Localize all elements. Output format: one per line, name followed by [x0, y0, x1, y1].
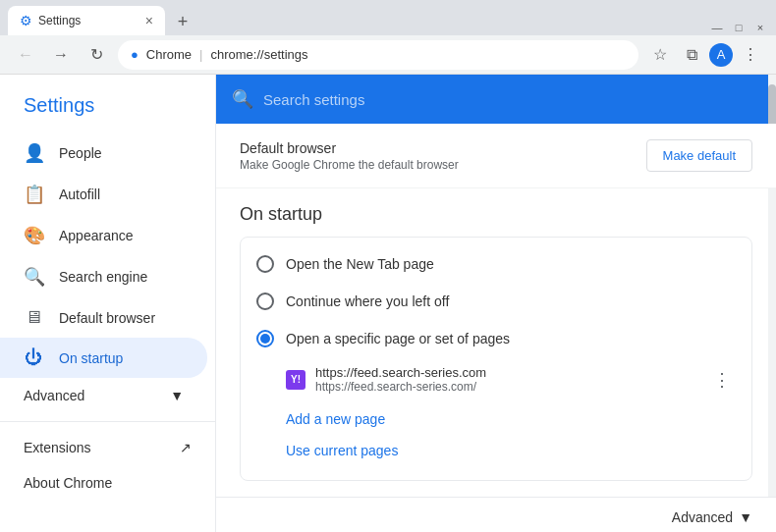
startup-card: Open the New Tab page Continue where you… [240, 237, 752, 481]
search-engine-icon: 🔍 [24, 266, 43, 288]
tab-bar: ⚙ Settings × + — □ × [0, 0, 776, 35]
sidebar-item-default-browser[interactable]: 🖥 Default browser [0, 297, 207, 338]
sidebar: Settings 👤 People 📋 Autofill 🎨 Appearanc… [0, 75, 216, 532]
window-controls: — □ × [709, 20, 768, 35]
autofill-icon: 📋 [24, 184, 43, 205]
sidebar-item-people[interactable]: 👤 People [0, 133, 207, 174]
site-security-icon: ● [131, 47, 139, 62]
extensions-button[interactable]: ⧉ [678, 41, 705, 69]
main-panel: 🔍 FISHBAIT Default browser Make Google C… [216, 75, 776, 532]
on-startup-title: On startup [240, 204, 752, 225]
startup-option-continue[interactable]: Continue where you left off [241, 283, 751, 320]
default-browser-description: Make Google Chrome the default browser [240, 158, 459, 172]
bottom-bar: Advanced ▼ [216, 497, 776, 532]
startup-actions: Add a new page Use current pages [241, 401, 751, 472]
bottom-arrow-icon: ▼ [739, 509, 752, 525]
breadcrumb-separator: | [199, 47, 202, 62]
make-default-button[interactable]: Make default [646, 139, 752, 172]
reload-button[interactable]: ↻ [83, 41, 110, 69]
forward-button[interactable]: → [47, 41, 75, 69]
new-tab-button[interactable]: + [169, 8, 196, 35]
startup-option-specific[interactable]: Open a specific page or set of pages [241, 320, 751, 357]
chrome-menu-button[interactable]: ⋮ [737, 41, 764, 69]
content-area: FISHBAIT Default browser Make Google Chr… [216, 124, 776, 532]
on-startup-section: On startup Open the New Tab page Continu… [216, 188, 776, 497]
default-browser-title: Default browser [240, 140, 459, 156]
sidebar-label-startup: On startup [59, 350, 123, 366]
default-browser-section: Default browser Make Google Chrome the d… [216, 124, 776, 188]
sidebar-item-autofill[interactable]: 📋 Autofill [0, 174, 207, 215]
startup-option-new-tab[interactable]: Open the New Tab page [241, 245, 751, 283]
sidebar-label-autofill: Autofill [59, 186, 100, 202]
search-bar: 🔍 [216, 75, 776, 124]
radio-continue [256, 293, 274, 310]
advanced-arrow-icon: ▼ [170, 388, 184, 403]
extensions-label: Extensions [24, 440, 90, 455]
browser-content: Settings 👤 People 📋 Autofill 🎨 Appearanc… [0, 75, 776, 532]
sidebar-label-appearance: Appearance [59, 228, 134, 243]
bookmark-button[interactable]: ☆ [646, 41, 674, 69]
sidebar-label-search: Search engine [59, 269, 147, 285]
sidebar-item-advanced[interactable]: Advanced ▼ [0, 378, 207, 413]
sidebar-label-people: People [59, 145, 102, 161]
tab-title: Settings [38, 14, 139, 27]
settings-title[interactable]: Settings [0, 82, 215, 133]
browser-frame: ⚙ Settings × + — □ × ← → ↻ ● Chrome | ch… [0, 0, 776, 532]
breadcrumb-chrome: Chrome [146, 47, 192, 62]
sidebar-item-search-engine[interactable]: 🔍 Search engine [0, 256, 207, 297]
about-label: About Chrome [24, 475, 112, 491]
startup-label-specific: Open a specific page or set of pages [286, 331, 510, 346]
bottom-advanced-label: Advanced [672, 509, 733, 525]
back-button[interactable]: ← [12, 41, 39, 69]
radio-selected-dot [260, 334, 270, 344]
radio-new-tab [256, 255, 274, 273]
url-sub: https://feed.search-series.com/ [315, 380, 698, 394]
sidebar-item-about[interactable]: About Chrome [0, 465, 207, 501]
url-texts: https://feed.search-series.com https://f… [315, 365, 698, 394]
radio-specific [256, 330, 274, 347]
on-startup-icon: ⏻ [24, 347, 43, 368]
sidebar-item-appearance[interactable]: 🎨 Appearance [0, 215, 207, 256]
tab-favicon: ⚙ [20, 13, 32, 28]
search-input[interactable] [263, 91, 760, 108]
startup-url-item: Y! https://feed.search-series.com https:… [241, 357, 751, 401]
appearance-icon: 🎨 [24, 225, 43, 246]
url-main: https://feed.search-series.com [315, 365, 698, 380]
url-favicon: Y! [286, 370, 305, 390]
people-icon: 👤 [24, 142, 43, 164]
sidebar-item-extensions[interactable]: Extensions ↗ [0, 430, 215, 465]
startup-label-continue: Continue where you left off [286, 293, 449, 309]
startup-label-new-tab: Open the New Tab page [286, 256, 434, 272]
toolbar-right: ☆ ⧉ A ⋮ [646, 41, 764, 69]
settings-tab[interactable]: ⚙ Settings × [8, 6, 165, 35]
sidebar-divider [0, 421, 215, 422]
sidebar-label-default: Default browser [59, 310, 155, 326]
user-avatar[interactable]: A [709, 43, 733, 67]
search-icon: 🔍 [232, 88, 253, 110]
add-new-page-button[interactable]: Add a new page [286, 405, 736, 433]
extensions-external-icon: ↗ [180, 440, 192, 455]
default-browser-text: Default browser Make Google Chrome the d… [240, 140, 459, 172]
maximize-button[interactable]: □ [731, 20, 747, 35]
url-menu-button[interactable]: ⋮ [708, 366, 736, 394]
sidebar-item-on-startup[interactable]: ⏻ On startup [0, 338, 207, 378]
use-current-pages-button[interactable]: Use current pages [286, 437, 736, 464]
advanced-label: Advanced [24, 388, 84, 403]
window-close-button[interactable]: × [752, 20, 768, 35]
default-browser-icon: 🖥 [24, 307, 43, 328]
tab-close-button[interactable]: × [145, 13, 153, 28]
minimize-button[interactable]: — [709, 20, 725, 35]
breadcrumb-path: chrome://settings [211, 47, 308, 62]
address-input[interactable]: ● Chrome | chrome://settings [118, 40, 638, 70]
address-bar: ← → ↻ ● Chrome | chrome://settings ☆ ⧉ A… [0, 35, 776, 75]
